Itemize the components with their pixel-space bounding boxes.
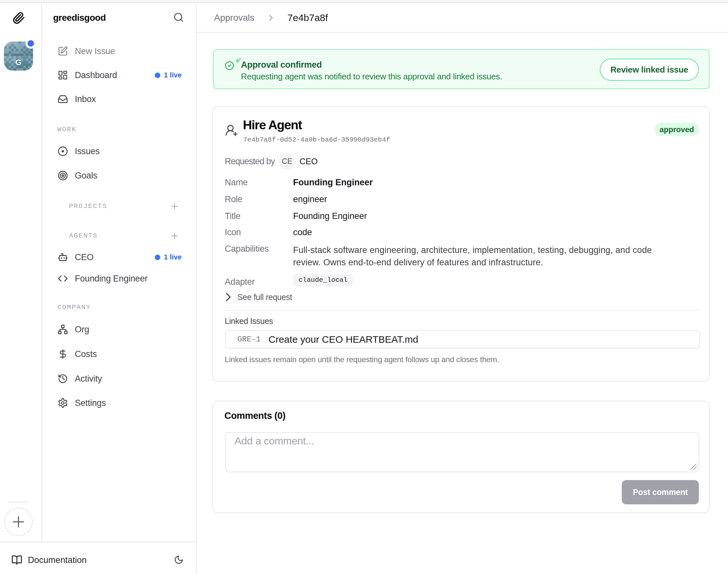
svg-text:G: G — [15, 58, 22, 67]
